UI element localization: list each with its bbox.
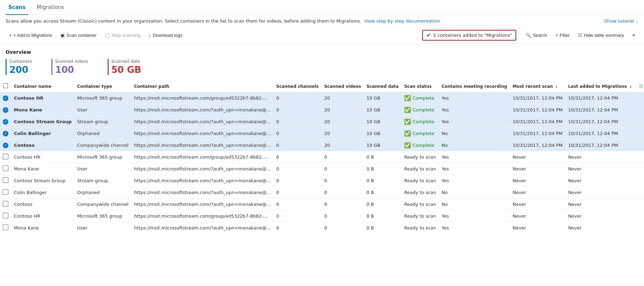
- row-check-cell[interactable]: ✓: [0, 92, 11, 104]
- row-checkbox-checked[interactable]: ✓: [3, 119, 8, 125]
- cell-scanned-channels: 0: [274, 199, 321, 210]
- table-row[interactable]: ContosoCompanywide channelhttps://msit.m…: [0, 199, 644, 210]
- cell-empty: [635, 140, 644, 151]
- cell-container-path: https://msit.microsoftstream.com/?auth_u…: [131, 104, 274, 116]
- th-scanned-videos[interactable]: Scanned videos: [321, 81, 364, 92]
- cell-scanned-channels: 0: [274, 210, 321, 222]
- row-check-cell[interactable]: [0, 163, 11, 175]
- cell-container-path: https://msit.microsoftstream.com/?auth_u…: [131, 187, 274, 199]
- row-checkbox-unchecked[interactable]: [3, 213, 8, 218]
- row-check-cell[interactable]: [0, 151, 11, 163]
- cell-meeting-recording: No: [439, 128, 510, 140]
- cell-meeting-recording: Yes: [439, 163, 510, 175]
- hide-table-summary-button[interactable]: ☷ Hide table summary: [575, 31, 628, 40]
- row-check-cell[interactable]: [0, 222, 11, 234]
- th-meeting-recording[interactable]: Contains meeting recording: [439, 81, 510, 92]
- row-checkbox-unchecked[interactable]: [3, 201, 8, 207]
- th-scanned-channels[interactable]: Scanned channels: [274, 81, 321, 92]
- row-checkbox-checked[interactable]: ✓: [3, 107, 8, 113]
- th-scanned-data[interactable]: Scanned data: [364, 81, 401, 92]
- row-check-cell[interactable]: ✓: [0, 116, 11, 128]
- docs-link[interactable]: View step by step documentation: [364, 18, 440, 24]
- cell-scanned-data: 0 B: [364, 199, 401, 210]
- row-check-cell[interactable]: [0, 187, 11, 199]
- row-checkbox-checked[interactable]: ✓: [3, 131, 8, 136]
- th-container-type[interactable]: Container type: [74, 81, 131, 92]
- stat-scanned-videos-label: Scanned videos: [55, 59, 88, 64]
- cell-scanned-videos: 20: [321, 140, 364, 151]
- stat-containers-value: 200: [9, 65, 32, 75]
- table-row[interactable]: ✓Mona KaneUserhttps://msit.microsoftstre…: [0, 104, 644, 116]
- tab-scans[interactable]: Scans: [6, 0, 28, 15]
- cell-scanned-data: 0 B: [364, 175, 401, 187]
- row-checkbox-unchecked[interactable]: [3, 154, 8, 159]
- th-scan-status[interactable]: Scan status: [401, 81, 439, 92]
- cell-container-path: https://msit.microsoftstream.com/?auth_u…: [131, 140, 274, 151]
- cell-scanned-channels: 0: [274, 175, 321, 187]
- cell-last-added: Never: [565, 163, 635, 175]
- row-check-cell[interactable]: ✓: [0, 140, 11, 151]
- table-row[interactable]: ✓ContosoCompanywide channelhttps://msit.…: [0, 140, 644, 151]
- complete-icon: ✅: [404, 142, 411, 149]
- cell-last-added: Never: [565, 222, 635, 234]
- header-checkbox-cell[interactable]: [0, 81, 11, 92]
- cell-most-recent-scan: Never: [510, 163, 566, 175]
- header-checkbox[interactable]: [3, 83, 8, 88]
- table-row[interactable]: Mona KaneUserhttps://msit.microsoftstrea…: [0, 163, 644, 175]
- row-checkbox-checked[interactable]: ✓: [3, 95, 8, 101]
- add-to-migrations-button[interactable]: + + Add to Migrations: [6, 31, 56, 40]
- row-check-cell[interactable]: ✓: [0, 104, 11, 116]
- table-row[interactable]: ✓Colin BallingerOrphanedhttps://msit.mic…: [0, 128, 644, 140]
- table-row[interactable]: ✓Contoso HRMicrosoft 365 grouphttps://ms…: [0, 92, 644, 104]
- cell-scan-status: Ready to scan: [401, 175, 439, 187]
- table-row[interactable]: Contoso HRMicrosoft 365 grouphttps://msi…: [0, 210, 644, 222]
- table-row[interactable]: Colin BallingerOrphanedhttps://msit.micr…: [0, 187, 644, 199]
- row-checkbox-checked[interactable]: ✓: [3, 143, 8, 148]
- scan-container-button[interactable]: ▣ Scan container: [57, 31, 100, 40]
- table-row[interactable]: Mona KaneUserhttps://msit.microsoftstrea…: [0, 222, 644, 234]
- choose-columns-button[interactable]: ☷ Choose columns: [638, 84, 644, 89]
- stop-scanning-button[interactable]: ◯ Stop scanning: [101, 31, 144, 40]
- th-choose-columns[interactable]: ☷ Choose columns: [635, 81, 644, 92]
- th-container-name[interactable]: Container name: [11, 81, 74, 92]
- cell-scanned-channels: 0: [274, 92, 321, 104]
- tab-migrations[interactable]: Migrations: [34, 0, 67, 15]
- row-checkbox-unchecked[interactable]: [3, 177, 8, 183]
- cell-meeting-recording: No: [439, 140, 510, 151]
- table-row[interactable]: Contoso Stream GroupStream grouphttps://…: [0, 175, 644, 187]
- cell-container-path: https://msit.microsoftstream.com/group/e…: [131, 151, 274, 163]
- cell-container-name: Colin Ballinger: [11, 187, 74, 199]
- cell-scan-status: Ready to scan: [401, 151, 439, 163]
- cell-empty: [635, 187, 644, 199]
- toolbar: + + Add to Migrations ▣ Scan container ◯…: [0, 27, 644, 44]
- th-last-added[interactable]: Last added to Migrations ↓: [565, 81, 635, 92]
- th-container-path[interactable]: Container path: [131, 81, 274, 92]
- show-tutorial-btn[interactable]: Show tutorial ⌄: [604, 18, 638, 24]
- search-button[interactable]: 🔍 Search: [522, 31, 551, 40]
- cell-most-recent-scan: 10/31/2017, 12:04 PM: [510, 140, 566, 151]
- complete-icon: ✅: [404, 118, 411, 125]
- row-checkbox-unchecked[interactable]: [3, 189, 8, 195]
- cell-scan-status: ✅Complete: [401, 92, 439, 104]
- table-row[interactable]: Contoso HRMicrosoft 365 grouphttps://msi…: [0, 151, 644, 163]
- row-checkbox-unchecked[interactable]: [3, 166, 8, 171]
- cell-scanned-videos: 0: [321, 187, 364, 199]
- more-options-button[interactable]: ≡: [629, 31, 638, 40]
- row-checkbox-unchecked[interactable]: [3, 225, 8, 230]
- cell-meeting-recording: No: [439, 199, 510, 210]
- row-check-cell[interactable]: [0, 199, 11, 210]
- filter-icon: ▿: [555, 33, 558, 38]
- table-row[interactable]: ✓Contoso Stream GroupStream grouphttps:/…: [0, 116, 644, 128]
- cell-most-recent-scan: Never: [510, 175, 566, 187]
- row-check-cell[interactable]: [0, 175, 11, 187]
- row-check-cell[interactable]: [0, 210, 11, 222]
- overview-stats: Containers 200 Scanned videos 100 Scanne…: [6, 59, 638, 75]
- cell-scanned-data: 0 B: [364, 210, 401, 222]
- row-check-cell[interactable]: ✓: [0, 128, 11, 140]
- download-logs-button[interactable]: ↓ Download logs: [145, 31, 186, 40]
- th-most-recent-scan[interactable]: Most recent scan ↓: [510, 81, 566, 92]
- filter-button[interactable]: ▿ Filter: [552, 31, 573, 40]
- cell-meeting-recording: Yes: [439, 151, 510, 163]
- cell-empty: [635, 175, 644, 187]
- cell-scan-status: Ready to scan: [401, 187, 439, 199]
